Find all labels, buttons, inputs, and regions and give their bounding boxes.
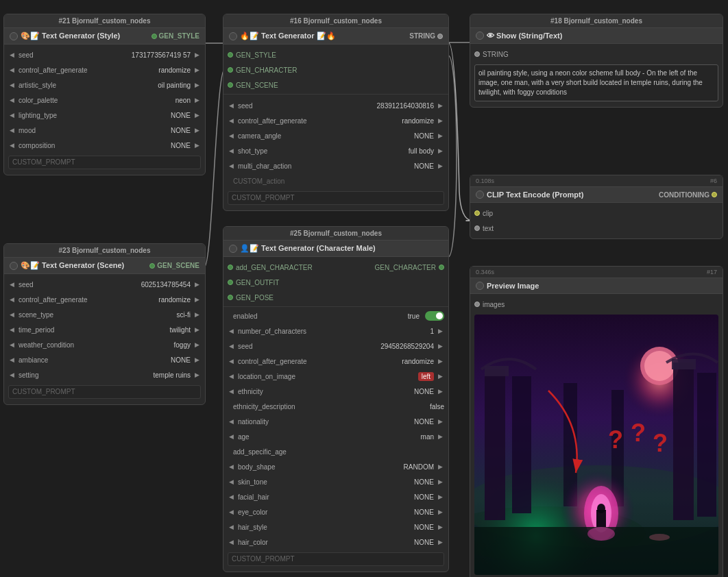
node-21-header: #21 Bjornulf_custom_nodes (4, 14, 205, 28)
preview-image-canvas: ? ? ? (474, 315, 718, 575)
node-21-custom-prompt[interactable]: CUSTOM_PROMPT (8, 156, 201, 169)
node-23: #23 Bjornulf_custom_nodes 🎨📝 Text Genera… (3, 243, 206, 405)
node-6-timing-bar: 0.108s #6 (470, 175, 723, 187)
node-21-active-dot[interactable] (10, 32, 18, 40)
node-row-artistic-21: ◀ artistic_style oil painting ▶ (4, 77, 205, 93)
node-21-output-connector (151, 34, 157, 39)
node-18-dot[interactable] (476, 32, 484, 40)
node-6: 0.108s #6 CLIP Text Encode (Prompt) COND… (470, 175, 723, 239)
node-18-body: STRING oil painting style, using a neon … (470, 44, 723, 107)
svg-point-22 (597, 504, 605, 513)
node-18-text-content: oil painting style, using a neon color s… (474, 64, 718, 101)
node-23-active-dot[interactable] (10, 262, 18, 270)
node-23-title: 🎨📝 Text Generator (Scene) (21, 261, 124, 270)
node-6-body: clip text (470, 203, 723, 238)
node-17-timing: 0.346s (476, 269, 494, 275)
node-16-output-label: STRING (409, 32, 435, 40)
node-17-timing-bar: 0.346s #17 (470, 267, 723, 278)
conditioning-output-connector (712, 192, 717, 197)
node-row-ambiance-23: ◀ ambiance NONE ▶ (4, 352, 205, 367)
node-25: #25 Bjornulf_custom_nodes 👤📝 Text Genera… (223, 226, 449, 572)
node-row-setting-23: ◀ setting temple ruins ▶ (4, 367, 205, 382)
node-17: 0.346s #17 Preview Image images (470, 266, 723, 577)
gen-scene-connector (228, 82, 233, 88)
node-25-custom-prompt[interactable]: CUSTOM_PROMPT (228, 552, 444, 566)
node-17-title: Preview Image (487, 282, 539, 290)
node-16-header: #16 Bjornulf_custom_nodes (223, 14, 448, 28)
node-17-body: images (470, 294, 723, 577)
node-21-title-bar: 🎨📝 Text Generator (Style) GEN_STYLE (4, 28, 205, 45)
gen-char-output-connector (439, 265, 444, 270)
node-row-multi-16: ◀ multi_char_action NONE ▶ (223, 158, 448, 173)
node-6-dot[interactable] (476, 191, 484, 199)
node-row-gen-style-16: GEN_STYLE (223, 47, 448, 62)
node-row-control-23: ◀ control_after_generate randomize ▶ (4, 292, 205, 307)
node-25-title-bar: 👤📝 Text Generator (Character Male) (223, 241, 448, 257)
gen-char-connector (228, 67, 233, 73)
node-21-header-text: #21 Bjornulf_custom_nodes (59, 17, 151, 25)
node-row-mood-21: ◀ mood NONE ▶ (4, 123, 205, 138)
node-6-id: #6 (710, 177, 717, 184)
node-17-id: #17 (707, 269, 717, 275)
gen-outfit-connector (228, 280, 233, 285)
node-23-title-bar: 🎨📝 Text Generator (Scene) GEN_SCENE (4, 258, 205, 274)
node-16-output-connector (437, 34, 443, 39)
enabled-toggle[interactable] (425, 311, 444, 321)
node-23-custom-prompt[interactable]: CUSTOM_PROMPT (8, 385, 201, 399)
node-16-title-bar: 🔥📝 Text Generator 📝🔥 STRING (223, 28, 448, 45)
node-16-header-text: #16 Bjornulf_custom_nodes (290, 17, 382, 25)
node-row-enabled-25: enabled true (223, 308, 448, 323)
gen-style-connector (228, 52, 233, 58)
node-21-title: 🎨📝 Text Generator (Style) (21, 32, 120, 40)
node-row-ethnicity-25: ◀ ethnicity NONE ▶ (223, 384, 448, 399)
node-18-header: #18 Bjornulf_custom_nodes (470, 14, 723, 28)
node-row-weather-23: ◀ weather_condition foggy ▶ (4, 337, 205, 352)
node-row-text-6: text (470, 221, 723, 236)
node-row-gen-scene-16: GEN_SCENE (223, 77, 448, 93)
node-row-add-gen-char-25: add_GEN_CHARACTER GEN_CHARACTER (223, 260, 448, 275)
node-row-num-chars-25: ◀ number_of_characters 1 ▶ (223, 323, 448, 339)
node-21-output-label: GEN_STYLE (159, 32, 199, 40)
node-row-gen-outfit-25: GEN_OUTFIT (223, 275, 448, 290)
node-row-gen-char-16: GEN_CHARACTER (223, 62, 448, 77)
node-row-control-25: ◀ control_after_generate randomize ▶ (223, 354, 448, 369)
node-18-title: 👁 Show (String/Text) (487, 32, 562, 40)
node-18-text: oil painting style, using a neon color s… (478, 69, 703, 96)
node-16-title: 🔥📝 Text Generator 📝🔥 (240, 32, 336, 40)
node-6-title: CLIP Text Encode (Prompt) (487, 191, 583, 199)
node-25-title: 👤📝 Text Generator (Character Male) (240, 244, 376, 253)
node-16-dot[interactable] (229, 32, 237, 40)
arrow-left-seed-21[interactable]: ◀ (8, 51, 16, 58)
node-18-title-bar: 👁 Show (String/Text) (470, 28, 723, 44)
preview-svg: ? ? ? (474, 315, 718, 575)
node-row-images-17: images (470, 297, 723, 312)
node-row-hair-color-25: ◀ hair_color NONE ▶ (223, 535, 448, 550)
node-17-title-bar: Preview Image (470, 278, 723, 294)
node-6-title-bar: CLIP Text Encode (Prompt) CONDITIONING (470, 187, 723, 203)
node-row-age-25: ◀ age man ▶ (223, 429, 448, 444)
add-gen-char-connector (228, 265, 233, 270)
node-25-header: #25 Bjornulf_custom_nodes (223, 227, 448, 241)
node-row-color-21: ◀ color_palette neon ▶ (4, 93, 205, 108)
node-23-output-connector (149, 263, 155, 269)
node-25-dot[interactable] (229, 245, 237, 253)
node-row-string-in-18: STRING (470, 47, 723, 62)
node-25-body: add_GEN_CHARACTER GEN_CHARACTER GEN_OUTF… (223, 257, 448, 572)
clip-input-connector (474, 210, 480, 216)
arrow-right-seed-21[interactable]: ▶ (193, 51, 201, 58)
node-6-timing: 0.108s (476, 177, 494, 184)
node-row-gen-pose-25: GEN_POSE (223, 290, 448, 305)
node-row-time-23: ◀ time_period twilight ▶ (4, 322, 205, 337)
node-row-skin-25: ◀ skin_tone NONE ▶ (223, 474, 448, 489)
node-23-body: ◀ seed 6025134785454 ▶ ◀ control_after_g… (4, 274, 205, 404)
node-row-location-25: ◀ location_on_image left ▶ (223, 369, 448, 384)
node-16-custom-prompt[interactable]: CUSTOM_PROMPT (228, 191, 444, 205)
svg-text:?: ? (631, 419, 646, 447)
node-25-header-text: #25 Bjornulf_custom_nodes (290, 230, 382, 237)
node-row-composition-21: ◀ composition NONE ▶ (4, 138, 205, 153)
node-row-hair-style-25: ◀ hair_style NONE ▶ (223, 519, 448, 535)
svg-point-19 (587, 527, 615, 541)
text-input-connector (474, 225, 480, 231)
svg-text:?: ? (653, 429, 668, 457)
node-17-dot[interactable] (476, 282, 484, 290)
